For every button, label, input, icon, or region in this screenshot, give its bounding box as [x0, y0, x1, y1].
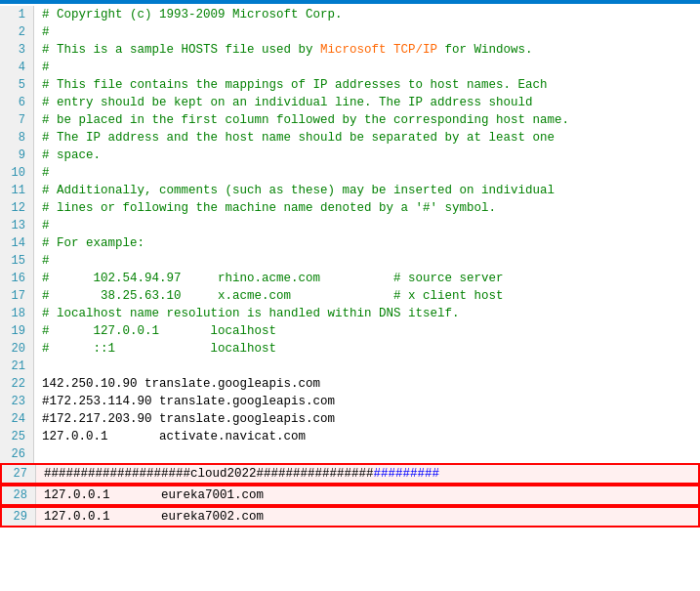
text-span: # Additionally, comments (such as these)… [42, 184, 555, 197]
line-content [34, 358, 50, 375]
line-content: # 127.0.0.1 localhost [34, 322, 276, 340]
table-row: 12# lines or following the machine name … [0, 199, 700, 217]
table-row: 26 [0, 445, 700, 463]
text-span: # [42, 254, 50, 268]
line-content: 127.0.0.1 eureka7001.com [36, 486, 264, 504]
line-content: 142.250.10.90 translate.googleapis.com [34, 375, 320, 393]
line-content: #172.253.114.90 translate.googleapis.com [34, 393, 335, 410]
table-row: 9# space. [0, 147, 700, 164]
table-row: 14# For example: [0, 234, 700, 252]
line-content: # [34, 59, 50, 76]
table-row: 10# [0, 164, 700, 182]
text-span: Microsoft TCP/IP [320, 43, 437, 57]
line-content: # 38.25.63.10 x.acme.com # x client host [34, 287, 504, 305]
line-number: 10 [0, 164, 34, 182]
text-span: # [42, 61, 50, 74]
table-row: 8# The IP address and the host name shou… [0, 129, 700, 147]
table-row: 1# Copyright (c) 1993-2009 Microsoft Cor… [0, 6, 700, 23]
line-number: 24 [0, 410, 34, 428]
line-number: 26 [0, 445, 34, 463]
line-number: 6 [0, 94, 34, 111]
text-span: for Windows. [437, 43, 533, 57]
line-number: 9 [0, 147, 34, 164]
text-span: # 102.54.94.97 rhino.acme.com # source s… [42, 272, 504, 285]
text-span: # lines or following the machine name de… [42, 201, 496, 215]
text-span: #172.217.203.90 translate.googleapis.com [42, 412, 335, 426]
table-row: 19# 127.0.0.1 localhost [0, 322, 700, 340]
line-content: 127.0.0.1 eureka7002.com [36, 508, 264, 526]
line-number: 5 [0, 76, 34, 94]
table-row: 28127.0.0.1 eureka7001.com [0, 485, 700, 506]
table-row: 27####################cloud2022#########… [0, 463, 700, 485]
table-row: 2# [0, 23, 700, 41]
line-content [34, 445, 50, 463]
line-number: 13 [0, 217, 34, 234]
line-number: 18 [0, 305, 34, 322]
line-content: ####################cloud2022###########… [36, 465, 439, 483]
line-number: 19 [0, 322, 34, 340]
line-number: 7 [0, 111, 34, 129]
table-row: 18# localhost name resolution is handled… [0, 305, 700, 322]
line-content: # lines or following the machine name de… [34, 199, 496, 217]
text-span: 127.0.0.1 activate.navicat.com [42, 430, 306, 443]
line-content: # Additionally, comments (such as these)… [34, 182, 555, 199]
text-span: # ::1 localhost [42, 342, 276, 356]
editor-container: 1# Copyright (c) 1993-2009 Microsoft Cor… [0, 0, 700, 591]
text-span: # be placed in the first column followed… [42, 113, 569, 127]
text-span: # entry should be kept on an individual … [42, 96, 533, 109]
line-number: 20 [0, 340, 34, 358]
table-row: 3# This is a sample HOSTS file used by M… [0, 41, 700, 59]
table-row: 16# 102.54.94.97 rhino.acme.com # source… [0, 270, 700, 287]
line-content: # entry should be kept on an individual … [34, 94, 533, 111]
text-span: # The IP address and the host name shoul… [42, 131, 555, 145]
line-number: 2 [0, 23, 34, 41]
line-content: #172.217.203.90 translate.googleapis.com [34, 410, 335, 428]
line-content: # 102.54.94.97 rhino.acme.com # source s… [34, 270, 504, 287]
code-area[interactable]: 1# Copyright (c) 1993-2009 Microsoft Cor… [0, 4, 700, 529]
text-span: # [42, 219, 50, 232]
line-content: # For example: [34, 234, 144, 252]
line-number: 14 [0, 234, 34, 252]
text-span: # For example: [42, 236, 144, 250]
table-row: 21 [0, 358, 700, 375]
line-content: # be placed in the first column followed… [34, 111, 569, 129]
line-content: 127.0.0.1 activate.navicat.com [34, 428, 306, 445]
text-span: 142.250.10.90 translate.googleapis.com [42, 377, 320, 391]
line-content: # The IP address and the host name shoul… [34, 129, 555, 147]
text-span: # [42, 25, 50, 39]
line-content: # [34, 217, 50, 234]
line-number: 12 [0, 199, 34, 217]
line-content: # space. [34, 147, 101, 164]
line-content: # [34, 252, 50, 270]
line-content: # [34, 164, 50, 182]
table-row: 7# be placed in the first column followe… [0, 111, 700, 129]
table-row: 23#172.253.114.90 translate.googleapis.c… [0, 393, 700, 410]
line-number: 11 [0, 182, 34, 199]
text-span: ####################cloud2022###########… [44, 467, 374, 481]
text-span: # This file contains the mappings of IP … [42, 78, 548, 92]
line-number: 25 [0, 428, 34, 445]
table-row: 25127.0.0.1 activate.navicat.com [0, 428, 700, 445]
text-span: # space. [42, 148, 101, 162]
line-number: 4 [0, 59, 34, 76]
text-span: # 127.0.0.1 localhost [42, 324, 276, 338]
table-row: 4# [0, 59, 700, 76]
text-span: # 38.25.63.10 x.acme.com # x client host [42, 289, 504, 303]
text-span: 127.0.0.1 eureka7002.com [44, 510, 264, 524]
text-span: # localhost name resolution is handled w… [42, 307, 460, 320]
text-span: # [42, 166, 50, 180]
table-row: 5# This file contains the mappings of IP… [0, 76, 700, 94]
table-row: 13# [0, 217, 700, 234]
line-number: 22 [0, 375, 34, 393]
text-span: ######### [374, 467, 440, 481]
line-content: # This is a sample HOSTS file used by Mi… [34, 41, 533, 59]
line-number: 29 [2, 508, 36, 526]
text-span: # This is a sample HOSTS file used by [42, 43, 320, 57]
line-content: # This file contains the mappings of IP … [34, 76, 548, 94]
line-content: # Copyright (c) 1993-2009 Microsoft Corp… [34, 6, 343, 23]
table-row: 11# Additionally, comments (such as thes… [0, 182, 700, 199]
table-row: 29127.0.0.1 eureka7002.com [0, 506, 700, 528]
line-number: 16 [0, 270, 34, 287]
line-number: 27 [2, 465, 36, 483]
line-content: # ::1 localhost [34, 340, 276, 358]
